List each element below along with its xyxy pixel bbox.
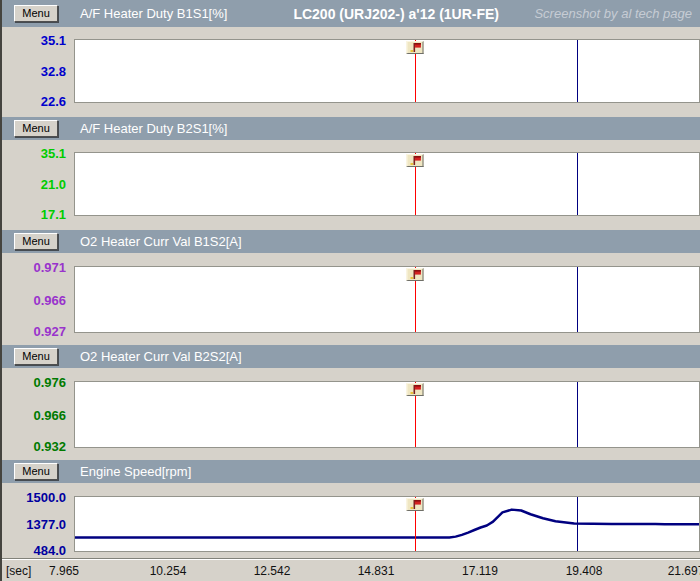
blue-cursor-line[interactable] <box>577 382 578 447</box>
blue-cursor-line[interactable] <box>577 497 578 551</box>
panel-2-plot-area[interactable] <box>74 152 700 216</box>
y-label-min: 17.1 <box>41 207 66 222</box>
y-label-mid: 0.966 <box>33 407 66 422</box>
y-label-max: 1500.0 <box>26 490 66 505</box>
panel-3-y-axis: 0.971 0.966 0.927 <box>2 266 68 333</box>
panel-4-y-axis: 0.976 0.966 0.932 <box>2 381 68 448</box>
y-label-max: 0.971 <box>33 260 66 275</box>
panel-5-plot-area[interactable] <box>74 496 700 552</box>
cursor-flag-icon[interactable] <box>406 383 423 396</box>
y-label-mid: 21.0 <box>41 177 66 192</box>
y-label-max: 0.976 <box>33 375 66 390</box>
panel-3-header: Menu O2 Heater Curr Val B1S2[A] <box>2 230 700 253</box>
time-tick: 14.831 <box>358 564 395 578</box>
time-tick: 7.965 <box>49 564 79 578</box>
panel-1-y-axis: 35.1 32.8 22.6 <box>2 39 68 103</box>
time-tick: 12.542 <box>254 564 291 578</box>
time-tick: 21.697 <box>668 564 700 578</box>
waveform-3 <box>75 267 699 332</box>
panel-3: 0.971 0.966 0.927 <box>2 253 700 345</box>
panel-5-title: Engine Speed[rpm] <box>80 464 191 479</box>
menu-button-panel-1[interactable]: Menu <box>14 5 58 22</box>
blue-cursor-line[interactable] <box>577 40 578 102</box>
panel-4-plot-area[interactable] <box>74 381 700 448</box>
waveform-4 <box>75 382 699 447</box>
cursor-flag-icon[interactable] <box>406 154 423 167</box>
y-label-min: 0.932 <box>33 439 66 454</box>
time-tick: 10.254 <box>150 564 187 578</box>
y-label-mid: 1377.0 <box>26 517 66 532</box>
menu-button-panel-2[interactable]: Menu <box>14 120 58 137</box>
panel-1-plot-area[interactable] <box>74 39 700 103</box>
blue-cursor-line[interactable] <box>577 153 578 215</box>
time-tick: 19.408 <box>566 564 603 578</box>
time-axis-bar: [sec] 7.965 10.254 12.542 14.831 17.119 … <box>2 558 700 581</box>
vehicle-title: LC200 (URJ202-) a'12 (1UR-FE) <box>293 6 499 22</box>
y-label-mid: 0.966 <box>33 292 66 307</box>
panel-4-title: O2 Heater Curr Val B2S2[A] <box>80 349 242 364</box>
panel-2-header: Menu A/F Heater Duty B2S1[%] <box>2 117 700 140</box>
y-label-min: 484.0 <box>33 543 66 558</box>
menu-button-panel-3[interactable]: Menu <box>14 233 58 250</box>
panel-2-y-axis: 35.1 21.0 17.1 <box>2 152 68 216</box>
y-label-max: 35.1 <box>41 33 66 48</box>
panel-2: 35.1 21.0 17.1 <box>2 140 700 230</box>
waveform-5 <box>75 497 699 551</box>
panel-5-header: Menu Engine Speed[rpm] <box>2 460 700 483</box>
cursor-flag-icon[interactable] <box>406 41 423 54</box>
menu-button-panel-5[interactable]: Menu <box>14 463 58 480</box>
y-label-min: 22.6 <box>41 94 66 109</box>
top-bar: Menu A/F Heater Duty B1S1[%] LC200 (URJ2… <box>2 0 700 27</box>
panel-2-title: A/F Heater Duty B2S1[%] <box>80 121 227 136</box>
panel-1: 35.1 32.8 22.6 <box>2 27 700 117</box>
menu-button-panel-4[interactable]: Menu <box>14 348 58 365</box>
time-tick: 17.119 <box>462 564 498 578</box>
blue-cursor-line[interactable] <box>577 267 578 332</box>
panel-3-title: O2 Heater Curr Val B1S2[A] <box>80 234 242 249</box>
cursor-flag-icon[interactable] <box>406 498 423 511</box>
time-axis-unit: [sec] <box>6 564 31 578</box>
watermark-text: Screenshot by al tech page <box>534 6 692 21</box>
y-label-min: 0.927 <box>33 324 66 339</box>
y-label-max: 35.1 <box>41 146 66 161</box>
cursor-flag-icon[interactable] <box>406 268 423 281</box>
panel-5: 1500.0 1377.0 484.0 <box>2 483 700 559</box>
panel-3-plot-area[interactable] <box>74 266 700 333</box>
waveform-1 <box>75 40 699 102</box>
panel-5-y-axis: 1500.0 1377.0 484.0 <box>2 496 68 552</box>
y-label-mid: 32.8 <box>41 64 66 79</box>
graph-viewer-window: Menu A/F Heater Duty B1S1[%] LC200 (URJ2… <box>0 0 700 581</box>
panel-4-header: Menu O2 Heater Curr Val B2S2[A] <box>2 345 700 368</box>
waveform-2 <box>75 153 699 215</box>
panel-1-title: A/F Heater Duty B1S1[%] <box>80 6 227 21</box>
panel-4: 0.976 0.966 0.932 <box>2 368 700 460</box>
